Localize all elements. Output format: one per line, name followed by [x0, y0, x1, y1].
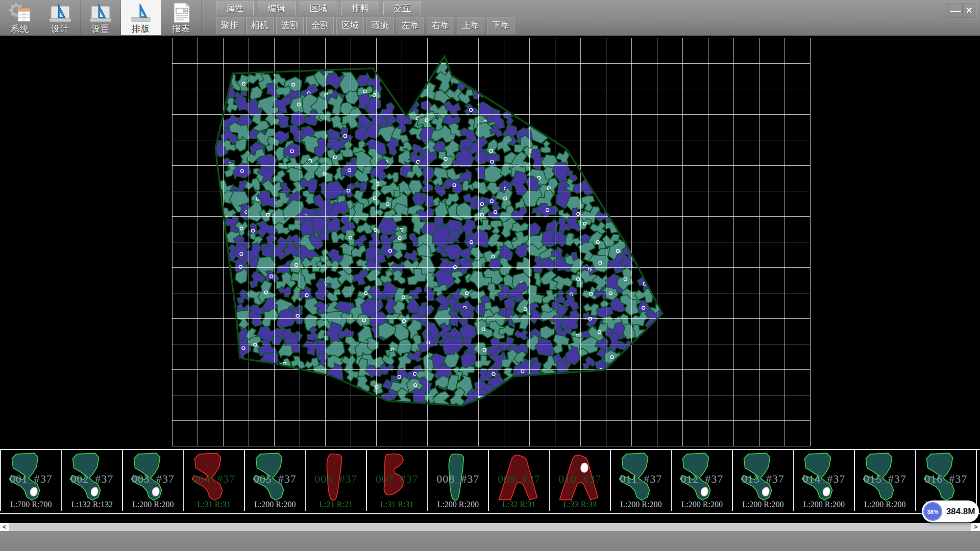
- part-id: 003_#37: [123, 472, 183, 486]
- part-thumbnail[interactable]: 001_#37 L:700 R:700: [0, 450, 61, 511]
- tool-cut-all[interactable]: 全割: [306, 17, 334, 34]
- nav-system-button[interactable]: 系统: [0, 0, 40, 35]
- menu-properties[interactable]: 属性: [216, 2, 254, 15]
- part-id: 009_#37: [489, 472, 549, 486]
- status-bar: [0, 531, 980, 551]
- toolbar: 系统 设计 设置 排版: [0, 0, 980, 36]
- part-thumbnail[interactable]: 003_#37 L:200 R:200: [122, 450, 183, 511]
- part-thumbnail[interactable]: 006_#37 L:21 R:21: [305, 450, 366, 511]
- percent-circle: 38%: [923, 502, 942, 521]
- menu-row-2: 聚排 相机 选割 全割 区域 瑕疵 左靠 右靠 上靠 下靠: [216, 17, 514, 34]
- part-lr-count: L:31 R:31: [184, 500, 244, 509]
- part-thumbnail[interactable]: 009_#37 L:32 R:31: [488, 450, 549, 511]
- nesting-canvas[interactable]: [0, 35, 980, 449]
- part-id: 006_#37: [306, 472, 366, 486]
- part-thumbnail-partial[interactable]: [976, 450, 979, 511]
- part-thumbnail[interactable]: 007_#37 L:31 R:31: [366, 450, 427, 511]
- part-thumbnail[interactable]: 004_#37 L:31 R:31: [183, 450, 244, 511]
- part-id: 012_#37: [672, 472, 732, 486]
- menu-row-1: 属性 编辑 区域 排料 交互: [216, 2, 421, 15]
- report-doc-icon: [169, 2, 193, 24]
- tool-align-left[interactable]: 左靠: [397, 17, 424, 34]
- part-id: 014_#37: [794, 472, 854, 486]
- nav-nesting-label: 排版: [121, 23, 161, 35]
- close-button[interactable]: ×: [962, 3, 977, 18]
- part-lr-count: L:200 R:200: [428, 500, 488, 509]
- part-id: 007_#37: [367, 472, 427, 486]
- nav-settings-button[interactable]: 设置: [81, 0, 121, 35]
- part-lr-count: L:21 R:21: [306, 500, 366, 509]
- memory-value: 384.8M: [942, 507, 979, 517]
- tool-align-top[interactable]: 上靠: [457, 17, 484, 34]
- part-lr-count: L:32 R:31: [489, 500, 549, 509]
- menu-interaction[interactable]: 交互: [383, 2, 421, 15]
- tool-select-cut[interactable]: 选割: [276, 17, 304, 34]
- nav-report-button[interactable]: 报表: [161, 0, 202, 35]
- part-thumbnail[interactable]: 008_#37 L:200 R:200: [427, 450, 488, 511]
- design-ruler-icon: [48, 2, 72, 24]
- tool-align-bottom[interactable]: 下靠: [487, 17, 514, 34]
- part-lr-count: L:200 R:200: [611, 500, 671, 509]
- part-lr-count: L:31 R:31: [367, 500, 427, 509]
- part-thumbnail[interactable]: 015_#37 L:200 R:200: [854, 450, 915, 511]
- menu-region[interactable]: 区域: [300, 2, 337, 15]
- part-id: 001_#37: [1, 472, 61, 486]
- part-thumbnail[interactable]: 010_#37 L:33 R:33: [549, 450, 610, 511]
- part-thumbnail[interactable]: 013_#37 L:200 R:200: [732, 450, 793, 511]
- part-thumbnail[interactable]: 011_#37 L:200 R:200: [610, 450, 671, 511]
- nav-design-button[interactable]: 设计: [40, 0, 81, 35]
- part-lr-count: L:700 R:700: [1, 500, 61, 509]
- part-lr-count: L:200 R:200: [733, 500, 793, 509]
- part-id: 002_#37: [62, 472, 122, 486]
- nav-nesting-button[interactable]: 排版: [121, 0, 161, 35]
- part-lr-count: L:200 R:200: [245, 500, 305, 509]
- part-lr-count: L:200 R:200: [855, 500, 915, 509]
- parts-thumbnail-strip: 001_#37 L:700 R:700 002_#37 L:132 R:132 …: [0, 449, 980, 514]
- scroll-left-arrow-icon[interactable]: <: [0, 523, 9, 531]
- part-id: 010_#37: [550, 472, 610, 486]
- nav-system-label: 系统: [0, 23, 40, 35]
- tool-cluster-nest[interactable]: 聚排: [216, 17, 243, 34]
- nav-report-label: 报表: [161, 23, 201, 35]
- menu-nesting[interactable]: 排料: [341, 2, 379, 15]
- part-lr-count: L:200 R:200: [672, 500, 732, 509]
- horizontal-scrollbar[interactable]: < >: [0, 523, 980, 531]
- minimize-button[interactable]: —: [948, 3, 963, 18]
- scroll-right-arrow-icon[interactable]: >: [971, 523, 980, 531]
- part-id: 005_#37: [245, 472, 305, 486]
- part-id: 008_#37: [428, 472, 488, 486]
- part-thumbnail[interactable]: 002_#37 L:132 R:132: [61, 450, 122, 511]
- nav-settings-label: 设置: [81, 23, 120, 35]
- nav-design-label: 设计: [40, 23, 80, 35]
- part-id: 011_#37: [611, 472, 671, 486]
- part-lr-count: L:132 R:132: [62, 500, 122, 509]
- part-id: 016_#37: [916, 472, 976, 486]
- tool-zone[interactable]: 区域: [336, 17, 364, 34]
- part-lr-count: L:33 R:33: [550, 500, 610, 509]
- part-lr-count: L:200 R:200: [123, 500, 183, 509]
- tool-defect[interactable]: 瑕疵: [366, 17, 394, 34]
- gear-table-icon: [8, 2, 32, 24]
- nesting-ruler-icon: [129, 2, 153, 24]
- part-thumbnail[interactable]: 014_#37 L:200 R:200: [793, 450, 854, 511]
- part-thumbnail[interactable]: 005_#37 L:200 R:200: [244, 450, 305, 511]
- part-id: 004_#37: [184, 472, 244, 486]
- part-id: 013_#37: [733, 472, 793, 486]
- tool-camera[interactable]: 相机: [246, 17, 274, 34]
- part-id: 015_#37: [855, 472, 915, 486]
- part-lr-count: L:200 R:200: [794, 500, 854, 509]
- tool-align-right[interactable]: 右靠: [427, 17, 454, 34]
- settings-ruler-icon: [88, 2, 113, 24]
- part-thumbnail[interactable]: 012_#37 L:200 R:200: [671, 450, 732, 511]
- memory-usage-badge[interactable]: 38% 384.8M: [922, 500, 979, 522]
- menu-edit[interactable]: 编辑: [258, 2, 296, 15]
